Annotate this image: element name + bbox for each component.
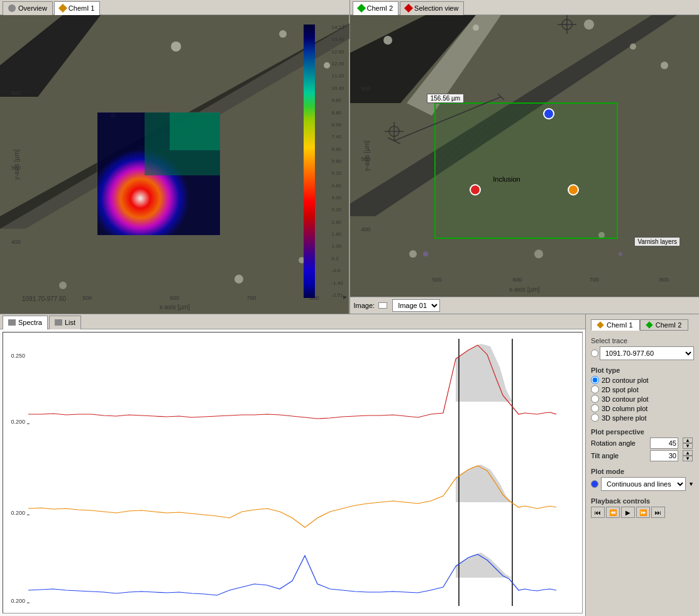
chem2-panel-tab[interactable]: ChemI 2 bbox=[640, 319, 689, 331]
chem1-icon bbox=[58, 4, 67, 13]
svg-text:3800: 3800 bbox=[22, 612, 35, 613]
chem1-tab-label: ChemI 1 bbox=[69, 4, 95, 12]
overview-tab-label: Overview bbox=[18, 4, 47, 12]
radio-2d-contour[interactable]: 2D contour plot bbox=[591, 376, 694, 384]
svg-text:1800: 1800 bbox=[352, 612, 365, 613]
plot-perspective-section: Plot perspective Rotation angle ▲ ▼ Tilt… bbox=[591, 428, 694, 461]
svg-text:2200: 2200 bbox=[286, 612, 299, 613]
rotation-input[interactable] bbox=[650, 437, 678, 449]
svg-point-5 bbox=[171, 41, 181, 52]
pb-skip-start[interactable]: ⏮ bbox=[591, 507, 605, 518]
red-dot bbox=[470, 184, 481, 195]
right-y-tick-600: 600 bbox=[361, 85, 371, 92]
svg-point-7 bbox=[324, 62, 330, 69]
radio-3d-column-label: 3D column plot bbox=[602, 405, 647, 412]
chem1-panel-icon bbox=[597, 321, 603, 328]
chem1-panel-tab[interactable]: ChemI 1 bbox=[591, 319, 640, 331]
rotation-spinner[interactable]: ▲ ▼ bbox=[683, 437, 694, 449]
y-tick-500: 500 bbox=[11, 165, 21, 171]
radio-3d-contour-label: 3D contour plot bbox=[602, 395, 649, 403]
svg-rect-33 bbox=[435, 103, 617, 238]
tab-spectra[interactable]: Spectra bbox=[3, 316, 48, 329]
radio-3d-sphere-input[interactable] bbox=[591, 414, 599, 422]
svg-point-25 bbox=[661, 62, 668, 69]
pb-skip-end[interactable]: ⏭ bbox=[651, 507, 665, 518]
svg-text:1600: 1600 bbox=[385, 612, 398, 613]
left-chart-svg bbox=[0, 15, 350, 314]
pb-play[interactable]: ▶ bbox=[621, 507, 635, 518]
playback-label: Playback controls bbox=[591, 497, 694, 505]
tab-overview[interactable]: Overview bbox=[3, 1, 53, 15]
spectra-tab-icon bbox=[8, 319, 16, 326]
x-tick-600: 600 bbox=[170, 295, 179, 301]
svg-point-28 bbox=[409, 250, 417, 258]
tilt-down[interactable]: ▼ bbox=[683, 456, 693, 461]
svg-text:2800: 2800 bbox=[187, 612, 200, 613]
right-y-tick-500: 500 bbox=[361, 156, 371, 162]
svg-point-24 bbox=[630, 43, 636, 50]
bottom-left-panel: Spectra List bbox=[0, 314, 586, 616]
pb-prev[interactable]: ⏪ bbox=[606, 507, 620, 518]
plot-type-label: Plot type bbox=[591, 366, 694, 374]
tilt-input[interactable] bbox=[650, 450, 678, 461]
svg-marker-44 bbox=[456, 344, 512, 402]
rotation-up[interactable]: ▲ bbox=[683, 437, 693, 443]
right-x-tick-500: 500 bbox=[432, 277, 442, 283]
radio-2d-contour-input[interactable] bbox=[591, 376, 599, 384]
left-panel: Overview ChemI 1 bbox=[0, 0, 350, 314]
radio-3d-contour[interactable]: 3D contour plot bbox=[591, 395, 694, 403]
left-x-axis-label: x-axis [µm] bbox=[159, 304, 190, 311]
plot-type-radio-group: 2D contour plot 2D spot plot 3D contour … bbox=[591, 376, 694, 422]
svg-text:2600: 2600 bbox=[220, 612, 233, 613]
tab-list[interactable]: List bbox=[49, 316, 81, 329]
tab-chem1[interactable]: ChemI 1 bbox=[54, 1, 101, 15]
svg-text:3000: 3000 bbox=[154, 612, 167, 613]
svg-point-30 bbox=[619, 252, 622, 256]
chem2-icon bbox=[356, 4, 365, 13]
radio-2d-spot-input[interactable] bbox=[591, 385, 599, 393]
y-tick-600: 600 bbox=[11, 90, 21, 96]
chem2-panel-label: ChemI 2 bbox=[656, 321, 682, 329]
spectra-tab-label: Spectra bbox=[18, 319, 42, 326]
bottom-section: Spectra List bbox=[0, 314, 699, 616]
radio-3d-column[interactable]: 3D column plot bbox=[591, 404, 694, 412]
radio-3d-column-input[interactable] bbox=[591, 404, 599, 412]
rotation-label: Rotation angle bbox=[591, 439, 649, 447]
right-chart-svg bbox=[350, 15, 700, 297]
mode-dropdown-arrow[interactable]: ▼ bbox=[688, 481, 694, 487]
svg-point-6 bbox=[279, 30, 287, 38]
spectra-svg: 0.250 0.200 0.200 0.200 3800 3600 3400 3… bbox=[3, 333, 582, 613]
svg-text:800: 800 bbox=[519, 612, 528, 613]
select-trace-label: Select trace bbox=[591, 337, 694, 344]
radio-2d-spot-label: 2D spot plot bbox=[602, 386, 639, 393]
plot-type-section: Plot type 2D contour plot 2D spot plot 3… bbox=[591, 366, 694, 422]
y-tick-400: 400 bbox=[11, 239, 21, 245]
angle-grid: Rotation angle ▲ ▼ Tilt angle ▲ ▼ bbox=[591, 437, 694, 461]
varnish-label: Varnish layers bbox=[634, 237, 680, 246]
tab-chem2[interactable]: ChemI 2 bbox=[353, 1, 399, 15]
svg-text:1000: 1000 bbox=[484, 612, 497, 613]
svg-text:2400: 2400 bbox=[253, 612, 266, 613]
radio-3d-contour-input[interactable] bbox=[591, 395, 599, 403]
right-x-tick-800: 800 bbox=[659, 277, 669, 283]
pb-next[interactable]: ⏩ bbox=[636, 507, 650, 518]
plot-mode-select[interactable]: Continuous and lines bbox=[601, 477, 686, 491]
radio-3d-sphere[interactable]: 3D sphere plot bbox=[591, 414, 694, 422]
colorbar-bottom-marker: ▶ bbox=[343, 294, 347, 300]
tilt-spinner[interactable]: ▲ ▼ bbox=[683, 450, 694, 461]
svg-point-9 bbox=[234, 275, 243, 283]
plot-mode-section: Plot mode Continuous and lines ▼ bbox=[591, 468, 694, 491]
rotation-down[interactable]: ▼ bbox=[683, 443, 693, 449]
image-dropdown-bar: Image: Image 01 bbox=[350, 297, 700, 314]
svg-text:2000: 2000 bbox=[319, 612, 332, 613]
selection-icon bbox=[404, 4, 413, 13]
svg-text:1400: 1400 bbox=[418, 612, 431, 613]
trace-select[interactable]: 1091.70-977.60 bbox=[600, 346, 694, 360]
tab-selection-view[interactable]: Selection view bbox=[400, 1, 464, 15]
list-tab-icon bbox=[55, 319, 62, 326]
tilt-up[interactable]: ▲ bbox=[683, 450, 693, 456]
image-dropdown[interactable]: Image 01 bbox=[392, 299, 440, 312]
svg-rect-15 bbox=[170, 113, 220, 150]
radio-2d-spot[interactable]: 2D spot plot bbox=[591, 385, 694, 393]
inclusion-label: Inclusion bbox=[493, 175, 520, 183]
